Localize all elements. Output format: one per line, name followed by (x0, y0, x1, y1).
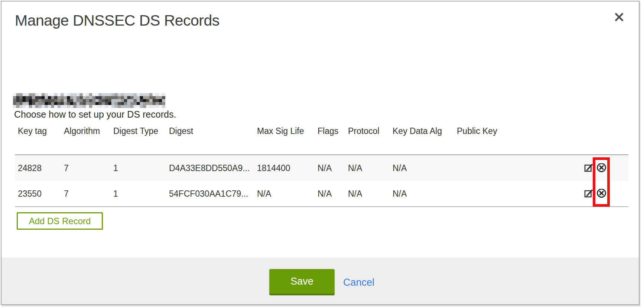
row-actions (580, 163, 628, 173)
cell-key-tag: 23550 (15, 189, 61, 199)
cancel-link[interactable]: Cancel (343, 277, 374, 288)
dialog-footer: Save Cancel (1, 258, 639, 304)
delete-record-button[interactable] (596, 189, 606, 199)
edit-icon (584, 163, 594, 173)
cell-flags: N/A (315, 189, 345, 199)
col-header-digest: Digest (166, 126, 254, 136)
col-header-public-key: Public Key (454, 126, 580, 136)
cell-protocol: N/A (345, 189, 390, 199)
col-header-protocol: Protocol (345, 126, 390, 136)
cell-protocol: N/A (345, 163, 390, 173)
cell-key-data-alg: N/A (390, 189, 454, 199)
cell-flags: N/A (315, 163, 345, 173)
col-header-key-data-alg: Key Data Alg (390, 126, 454, 136)
table-row: 23550 7 1 54FCF030AA1C79... N/A N/A N/A … (15, 181, 628, 207)
add-ds-record-button[interactable]: Add DS Record (17, 212, 103, 230)
close-button[interactable] (611, 10, 627, 25)
delete-icon (596, 163, 606, 173)
edit-record-button[interactable] (584, 189, 594, 199)
cell-algorithm: 7 (61, 163, 110, 173)
close-icon (613, 11, 625, 24)
cell-max-sig-life: N/A (254, 189, 315, 199)
cell-digest: 54FCF030AA1C79... (166, 189, 254, 199)
col-header-max-sig-life: Max Sig Life (254, 126, 315, 136)
col-header-digest-type: Digest Type (110, 126, 166, 136)
table-row: 24828 7 1 D4A33E8DD550A9... 1814400 N/A … (15, 155, 628, 181)
cell-digest-type: 1 (110, 189, 166, 199)
cell-max-sig-life: 1814400 (254, 163, 315, 173)
delete-icon (596, 189, 606, 199)
cell-key-data-alg: N/A (390, 163, 454, 173)
dialog-title: Manage DNSSEC DS Records (15, 12, 219, 29)
cell-digest: D4A33E8DD550A9... (166, 163, 254, 173)
setup-instruction-text: Choose how to set up your DS records. (14, 109, 176, 120)
col-header-flags: Flags (315, 126, 345, 136)
manage-dnssec-dialog: Manage DNSSEC DS Records Choose how to s… (1, 1, 640, 305)
row-actions (580, 189, 628, 199)
redacted-domain-name (13, 93, 165, 108)
ds-records-table: Key tag Algorithm Digest Type Digest Max… (15, 123, 628, 207)
edit-record-button[interactable] (584, 163, 594, 173)
cell-digest-type: 1 (110, 163, 166, 173)
cell-algorithm: 7 (61, 189, 110, 199)
edit-icon (584, 189, 594, 199)
col-header-algorithm: Algorithm (61, 126, 110, 136)
delete-record-button[interactable] (596, 163, 606, 173)
table-header-row: Key tag Algorithm Digest Type Digest Max… (15, 123, 628, 155)
col-header-key-tag: Key tag (15, 126, 61, 136)
save-button[interactable]: Save (269, 269, 335, 295)
cell-key-tag: 24828 (15, 163, 61, 173)
